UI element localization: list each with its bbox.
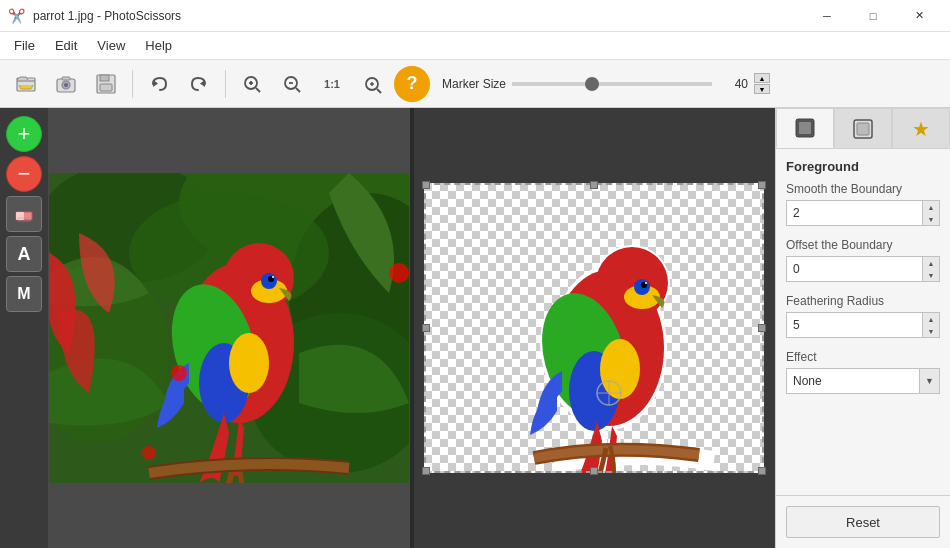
svg-point-52: [596, 247, 668, 319]
svg-marker-9: [200, 80, 205, 87]
feathering-label: Feathering Radius: [786, 294, 940, 308]
toolbar: 1:1 ? Marker Size 40 ▲ ▼: [0, 60, 950, 108]
add-foreground-button[interactable]: +: [6, 116, 42, 152]
auto-button[interactable]: A: [6, 236, 42, 272]
smooth-input[interactable]: 2 ▲ ▼: [786, 200, 940, 226]
smooth-down[interactable]: ▼: [923, 213, 939, 225]
reset-area: Reset: [776, 495, 950, 548]
add-icon: +: [18, 123, 31, 145]
title-bar: ✂️ parrot 1.jpg - PhotoScissors ─ □ ✕: [0, 0, 950, 32]
svg-line-18: [377, 89, 381, 93]
feathering-up[interactable]: ▲: [923, 313, 939, 325]
svg-line-16: [296, 88, 300, 92]
effect-label: Effect: [786, 350, 940, 364]
tab-background[interactable]: [834, 108, 892, 148]
svg-point-37: [229, 333, 269, 393]
feathering-field: Feathering Radius 5 ▲ ▼: [786, 294, 940, 338]
menu-bar: File Edit View Help: [0, 32, 950, 60]
smooth-value: 2: [787, 201, 922, 225]
separator-2: [225, 70, 226, 98]
zoom-out-button[interactable]: [274, 66, 310, 102]
menu-file[interactable]: File: [4, 34, 45, 57]
title-bar-left: ✂️ parrot 1.jpg - PhotoScissors: [8, 8, 181, 24]
offset-down[interactable]: ▼: [923, 269, 939, 281]
camera-button[interactable]: [48, 66, 84, 102]
zoom-actual-button[interactable]: 1:1: [314, 66, 350, 102]
left-canvas-panel[interactable]: [48, 108, 410, 548]
svg-rect-64: [799, 122, 811, 134]
remove-icon: −: [18, 163, 31, 185]
close-button[interactable]: ✕: [896, 0, 942, 32]
redo-button[interactable]: [181, 66, 217, 102]
marker-size-up[interactable]: ▲: [754, 73, 770, 83]
svg-marker-8: [153, 80, 158, 87]
window-title: parrot 1.jpg - PhotoScissors: [33, 9, 181, 23]
open-button[interactable]: [8, 66, 44, 102]
eraser-button[interactable]: [6, 196, 42, 232]
section-title: Foreground: [786, 159, 940, 174]
cutout-image: [424, 183, 764, 473]
feathering-down[interactable]: ▼: [923, 325, 939, 337]
offset-field: Offset the Boundary 0 ▲ ▼: [786, 238, 940, 282]
tab-foreground[interactable]: [776, 108, 834, 148]
smooth-label: Smooth the Boundary: [786, 182, 940, 196]
marker-size-down[interactable]: ▼: [754, 84, 770, 94]
feathering-input[interactable]: 5 ▲ ▼: [786, 312, 940, 338]
right-canvas-panel[interactable]: [414, 108, 776, 548]
marker-size-label: Marker Size: [442, 77, 506, 91]
right-settings-panel: ★ Foreground Smooth the Boundary 2 ▲ ▼ O…: [775, 108, 950, 548]
svg-rect-20: [16, 212, 24, 220]
svg-point-34: [272, 276, 274, 278]
help-button[interactable]: ?: [394, 66, 430, 102]
canvas-area: [48, 108, 775, 548]
svg-point-40: [142, 446, 156, 460]
help-icon: ?: [407, 73, 418, 94]
separator-1: [132, 70, 133, 98]
zoom-actual-label: 1:1: [324, 78, 340, 90]
svg-rect-4: [62, 77, 70, 80]
offset-input[interactable]: 0 ▲ ▼: [786, 256, 940, 282]
side-toolbar: + − A M: [0, 108, 48, 548]
offset-value: 0: [787, 257, 922, 281]
feathering-arrows: ▲ ▼: [922, 313, 939, 337]
main-area: + − A M: [0, 108, 950, 548]
remove-background-button[interactable]: −: [6, 156, 42, 192]
menu-view[interactable]: View: [87, 34, 135, 57]
magic-button[interactable]: M: [6, 276, 42, 312]
panel-tabs: ★: [776, 108, 950, 149]
undo-button[interactable]: [141, 66, 177, 102]
maximize-button[interactable]: □: [850, 0, 896, 32]
effect-dropdown-arrow[interactable]: ▼: [919, 369, 939, 393]
menu-help[interactable]: Help: [135, 34, 182, 57]
svg-rect-7: [100, 84, 112, 91]
svg-line-13: [256, 88, 260, 92]
marker-size-slider[interactable]: [512, 82, 712, 86]
marker-size-arrows: ▲ ▼: [754, 73, 770, 94]
svg-point-39: [389, 263, 409, 283]
panel-content: Foreground Smooth the Boundary 2 ▲ ▼ Off…: [776, 149, 950, 495]
svg-point-56: [645, 282, 647, 284]
menu-edit[interactable]: Edit: [45, 34, 87, 57]
processed-image-container: [424, 183, 764, 473]
tab-effects[interactable]: ★: [892, 108, 950, 148]
app-icon: ✂️: [8, 8, 25, 24]
save-button[interactable]: [88, 66, 124, 102]
offset-label: Offset the Boundary: [786, 238, 940, 252]
offset-arrows: ▲ ▼: [922, 257, 939, 281]
smooth-up[interactable]: ▲: [923, 201, 939, 213]
effect-value: None: [787, 369, 919, 393]
reset-button[interactable]: Reset: [786, 506, 940, 538]
svg-rect-66: [857, 123, 869, 135]
zoom-in-button[interactable]: [234, 66, 270, 102]
svg-point-3: [64, 83, 68, 87]
smooth-field: Smooth the Boundary 2 ▲ ▼: [786, 182, 940, 226]
marker-size-value: 40: [718, 77, 748, 91]
svg-rect-6: [100, 75, 109, 81]
smooth-arrows: ▲ ▼: [922, 201, 939, 225]
minimize-button[interactable]: ─: [804, 0, 850, 32]
original-image: [49, 173, 409, 483]
zoom-fit-button[interactable]: [354, 66, 390, 102]
effect-select[interactable]: None ▼: [786, 368, 940, 394]
title-controls: ─ □ ✕: [804, 0, 942, 32]
offset-up[interactable]: ▲: [923, 257, 939, 269]
